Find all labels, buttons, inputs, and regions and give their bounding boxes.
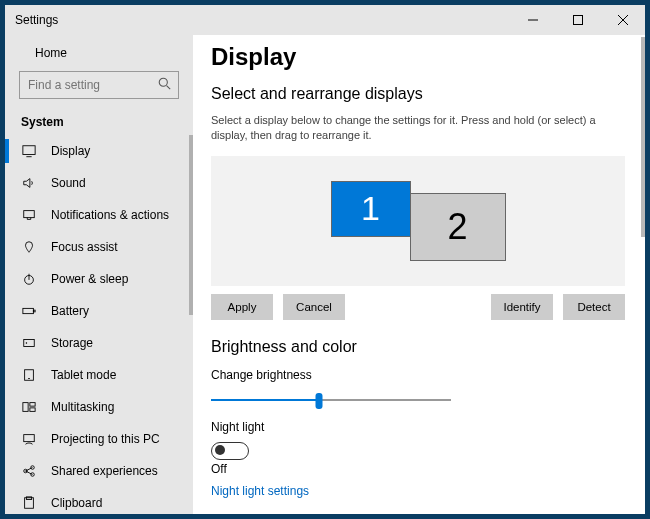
sidebar-item-label: Battery — [51, 304, 89, 318]
display-1[interactable]: 1 — [331, 181, 411, 237]
sidebar-item-label: Sound — [51, 176, 86, 190]
sidebar-item-tablet[interactable]: Tablet mode — [5, 359, 193, 391]
section-label: System — [5, 107, 193, 135]
shared-icon — [21, 464, 37, 478]
battery-icon — [21, 304, 37, 318]
sidebar-item-label: Display — [51, 144, 90, 158]
display-arrangement-area[interactable]: 1 2 — [211, 156, 625, 286]
night-light-toggle[interactable] — [211, 442, 249, 460]
sidebar-item-clipboard[interactable]: Clipboard — [5, 487, 193, 514]
sidebar-item-label: Projecting to this PC — [51, 432, 160, 446]
titlebar: Settings — [5, 5, 645, 35]
content-area: Display Select and rearrange displays Se… — [193, 35, 645, 514]
svg-rect-11 — [23, 308, 34, 313]
svg-rect-19 — [30, 408, 35, 412]
window-title: Settings — [15, 13, 58, 27]
sidebar-item-label: Power & sleep — [51, 272, 128, 286]
sidebar-item-label: Storage — [51, 336, 93, 350]
sidebar-item-label: Shared experiences — [51, 464, 158, 478]
sidebar-item-shared[interactable]: Shared experiences — [5, 455, 193, 487]
rearrange-heading: Select and rearrange displays — [211, 85, 627, 103]
svg-rect-13 — [24, 340, 35, 347]
night-light-state: Off — [211, 462, 627, 476]
sidebar-item-label: Notifications & actions — [51, 208, 169, 222]
sidebar-item-battery[interactable]: Battery — [5, 295, 193, 327]
search-input[interactable] — [19, 71, 179, 99]
sidebar-item-multitasking[interactable]: Multitasking — [5, 391, 193, 423]
svg-rect-18 — [30, 403, 35, 407]
svg-rect-8 — [24, 211, 35, 218]
svg-point-14 — [26, 343, 27, 344]
sidebar-item-label: Focus assist — [51, 240, 118, 254]
sidebar: Home System Display Sound Notifications … — [5, 35, 193, 514]
sidebar-item-power[interactable]: Power & sleep — [5, 263, 193, 295]
sidebar-item-projecting[interactable]: Projecting to this PC — [5, 423, 193, 455]
home-label: Home — [35, 46, 67, 60]
focus-icon — [21, 240, 37, 254]
display-2[interactable]: 2 — [410, 193, 506, 261]
sidebar-item-notifications[interactable]: Notifications & actions — [5, 199, 193, 231]
display-icon — [21, 144, 37, 158]
night-light-label: Night light — [211, 420, 627, 434]
rearrange-desc: Select a display below to change the set… — [211, 113, 627, 144]
svg-line-5 — [167, 86, 171, 90]
sidebar-item-label: Clipboard — [51, 496, 102, 510]
close-button[interactable] — [600, 5, 645, 35]
sidebar-item-sound[interactable]: Sound — [5, 167, 193, 199]
brightness-heading: Brightness and color — [211, 338, 627, 356]
notifications-icon — [21, 208, 37, 222]
search-icon — [158, 76, 171, 94]
sidebar-item-label: Multitasking — [51, 400, 114, 414]
settings-window: Settings Home System Display Sound Notif… — [5, 5, 645, 514]
cancel-button[interactable]: Cancel — [283, 294, 345, 320]
svg-rect-1 — [573, 16, 582, 25]
sidebar-items: Display Sound Notifications & actions Fo… — [5, 135, 193, 514]
multitasking-icon — [21, 400, 37, 414]
svg-point-4 — [159, 78, 167, 86]
identify-button[interactable]: Identify — [491, 294, 553, 320]
maximize-button[interactable] — [555, 5, 600, 35]
tablet-icon — [21, 368, 37, 382]
power-icon — [21, 272, 37, 286]
svg-rect-6 — [23, 146, 35, 155]
page-title: Display — [211, 43, 627, 71]
sidebar-item-label: Tablet mode — [51, 368, 116, 382]
apply-button[interactable]: Apply — [211, 294, 273, 320]
content-scrollbar[interactable] — [641, 37, 645, 512]
brightness-label: Change brightness — [211, 368, 627, 382]
storage-icon — [21, 336, 37, 350]
sidebar-item-display[interactable]: Display — [5, 135, 193, 167]
svg-rect-17 — [23, 403, 28, 412]
clipboard-icon — [21, 496, 37, 510]
svg-rect-20 — [24, 435, 35, 442]
night-light-settings-link[interactable]: Night light settings — [211, 484, 627, 498]
home-button[interactable]: Home — [5, 35, 193, 71]
brightness-slider[interactable] — [211, 390, 451, 410]
projecting-icon — [21, 432, 37, 446]
sidebar-item-focus-assist[interactable]: Focus assist — [5, 231, 193, 263]
detect-button[interactable]: Detect — [563, 294, 625, 320]
sidebar-item-storage[interactable]: Storage — [5, 327, 193, 359]
minimize-button[interactable] — [510, 5, 555, 35]
sound-icon — [21, 176, 37, 190]
svg-rect-12 — [33, 310, 35, 312]
